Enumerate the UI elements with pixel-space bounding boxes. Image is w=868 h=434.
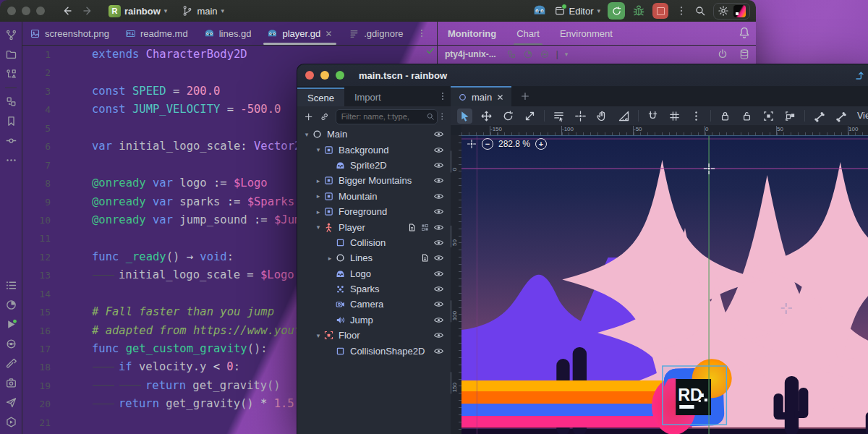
debug-button[interactable]	[632, 4, 645, 17]
close-tab-icon[interactable]	[325, 30, 333, 38]
database-icon[interactable]	[739, 48, 750, 60]
visibility-toggle-icon[interactable]	[433, 315, 444, 326]
project-widget[interactable]: R rainbow ▾	[109, 5, 167, 17]
tab-monitoring[interactable]: Monitoring	[438, 22, 506, 45]
scene-node-bigger-mountains[interactable]: ▸Bigger Mountains	[297, 173, 451, 188]
zoom-window-button[interactable]	[36, 7, 45, 15]
scale-tool[interactable]	[522, 109, 537, 124]
forward-icon[interactable]	[82, 5, 94, 17]
instance-badge-icon[interactable]	[420, 223, 430, 232]
tab-chart[interactable]: Chart	[506, 22, 550, 45]
close-window-button[interactable]	[7, 7, 16, 15]
visibility-toggle-icon[interactable]	[433, 346, 444, 357]
scene-node-camera[interactable]: Camera	[297, 297, 451, 312]
scene-node-background[interactable]: ▾Background	[297, 142, 451, 157]
build-icon[interactable]	[5, 357, 17, 370]
filter-input[interactable]	[341, 110, 424, 124]
zoom-in-button[interactable]: +	[535, 138, 547, 150]
pivot-tool[interactable]	[573, 109, 588, 124]
screenshot-tool-icon[interactable]	[5, 377, 17, 389]
visibility-toggle-icon[interactable]	[433, 145, 444, 156]
scene-node-foreground[interactable]: ▸Foreground	[297, 204, 451, 219]
gear-icon[interactable]	[718, 5, 729, 17]
scene-node-lines[interactable]: ▸Lines	[297, 250, 451, 265]
expander-icon[interactable]: ▸	[313, 192, 323, 200]
components-icon[interactable]	[5, 95, 17, 108]
visibility-toggle-icon[interactable]	[433, 160, 444, 171]
add-node-button[interactable]	[304, 111, 313, 122]
power-icon[interactable]	[717, 48, 728, 60]
tab-readme-md[interactable]: readme.md	[117, 22, 196, 45]
tab-scene[interactable]: Scene	[297, 88, 344, 106]
scene-node-logo[interactable]: Logo	[297, 266, 451, 281]
run-icon[interactable]	[5, 318, 17, 331]
new-scene-button[interactable]	[520, 91, 530, 101]
expander-icon[interactable]: ▸	[325, 255, 335, 262]
visibility-toggle-icon[interactable]	[433, 191, 444, 202]
smart-snap-toggle[interactable]	[645, 109, 660, 124]
expander-icon[interactable]: ▾	[313, 224, 323, 231]
script-badge-icon[interactable]	[407, 223, 417, 232]
tab-gdignore[interactable]: .gdignore	[341, 22, 411, 45]
scene-node-main[interactable]: ▾Main	[297, 127, 451, 142]
visibility-toggle-icon[interactable]	[433, 330, 444, 341]
notifications-bell-icon[interactable]	[738, 26, 751, 39]
tab-lines-gd[interactable]: lines.gd	[196, 22, 260, 45]
select-list-tool[interactable]	[551, 109, 566, 124]
visibility-toggle-icon[interactable]	[433, 299, 444, 310]
move-tool[interactable]	[479, 109, 494, 124]
expander-icon[interactable]: ▾	[313, 146, 323, 153]
tab-environment[interactable]: Environment	[550, 22, 623, 45]
profiler-icon[interactable]	[5, 299, 17, 311]
rider-account-avatar[interactable]	[733, 5, 746, 17]
back-icon[interactable]	[61, 5, 72, 17]
tab-player-gd[interactable]: player.gd	[259, 22, 341, 45]
zoom-level[interactable]: 282.8 %	[498, 139, 530, 149]
dock-options-icon[interactable]	[438, 91, 448, 101]
minimize-window-button[interactable]	[22, 7, 30, 15]
filter-field[interactable]	[336, 109, 438, 124]
view-center-icon[interactable]	[467, 139, 477, 149]
scene-node-player[interactable]: ▾Player	[297, 219, 451, 234]
zoom-window-button[interactable]	[336, 71, 344, 80]
cpu-chart-icon[interactable]	[523, 49, 533, 59]
scene-node-mountain[interactable]: ▸Mountain	[297, 189, 451, 204]
view-menu[interactable]: View	[857, 111, 868, 121]
expander-icon[interactable]: ▸	[313, 177, 323, 184]
visibility-toggle-icon[interactable]	[433, 222, 444, 233]
tab-import[interactable]: Import	[344, 88, 391, 106]
memory-icon[interactable]	[540, 49, 550, 59]
more-tools-icon[interactable]	[5, 154, 17, 166]
scene-node-floor[interactable]: ▾Floor	[297, 328, 451, 343]
grid-snap-toggle[interactable]	[667, 109, 682, 124]
scene-node-sprite2d[interactable]: Sprite2D	[297, 158, 451, 173]
vcs-icon[interactable]	[5, 29, 17, 41]
window-corner-icon[interactable]	[854, 69, 866, 81]
close-window-button[interactable]	[305, 71, 314, 80]
expander-icon[interactable]: ▸	[313, 208, 323, 216]
visibility-toggle-icon[interactable]	[433, 237, 444, 248]
run-config-selector[interactable]: Editor ▾	[554, 5, 601, 17]
coverage-icon[interactable]	[5, 338, 17, 350]
scene-node-sparks[interactable]: Sparks	[297, 281, 451, 297]
visibility-toggle-icon[interactable]	[433, 284, 444, 294]
visibility-toggle-icon[interactable]	[433, 129, 444, 140]
solution-icon[interactable]	[5, 68, 17, 80]
unlock-button[interactable]	[739, 109, 754, 124]
lock-button[interactable]	[718, 109, 733, 124]
inspections-ok-icon[interactable]	[425, 46, 435, 56]
scene-tab-main[interactable]: main	[451, 86, 511, 106]
skeleton-options-button[interactable]	[812, 109, 827, 124]
visibility-toggle-icon[interactable]	[433, 268, 444, 279]
project-folder-icon[interactable]	[5, 48, 17, 61]
commit-icon[interactable]	[5, 135, 17, 147]
zoom-out-button[interactable]: −	[482, 138, 493, 150]
select-tool[interactable]	[457, 109, 472, 124]
search-icon[interactable]	[694, 5, 706, 17]
selection-rect[interactable]	[663, 366, 727, 425]
group-button[interactable]	[761, 109, 776, 124]
script-badge-icon[interactable]	[420, 253, 430, 263]
minimize-window-button[interactable]	[320, 71, 329, 80]
process-name[interactable]: pty4j-unix-...	[445, 49, 496, 59]
stop-button[interactable]	[652, 3, 668, 19]
